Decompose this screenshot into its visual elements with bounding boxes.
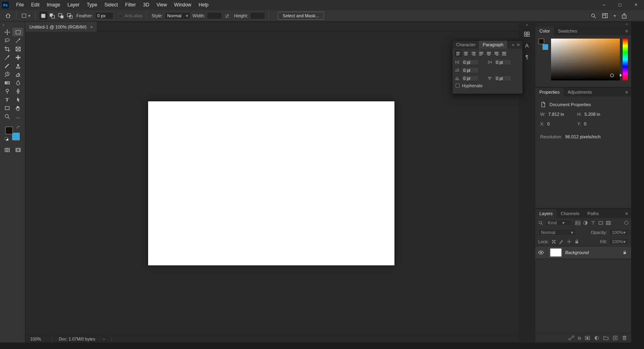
fill-select[interactable]: 100% ▾ xyxy=(609,238,628,245)
indent-right-input[interactable]: 0 pt xyxy=(494,59,512,65)
lock-all-icon[interactable] xyxy=(574,239,580,244)
tab-swatches[interactable]: Swatches xyxy=(554,27,581,35)
tool-healing-brush[interactable] xyxy=(12,53,23,62)
tab-properties[interactable]: Properties xyxy=(535,88,564,96)
align-left-button[interactable] xyxy=(455,50,462,57)
pixel-layer-filter-icon[interactable] xyxy=(575,220,581,226)
collapse-panels-button[interactable]: « xyxy=(626,22,628,26)
tool-dodge[interactable] xyxy=(2,87,12,95)
menu-window[interactable]: Window xyxy=(171,0,195,10)
tool-frame[interactable] xyxy=(12,45,23,53)
type-layer-filter-icon[interactable] xyxy=(590,220,596,226)
document-tab[interactable]: Untitled-1 @ 100% (RGB/8#) × xyxy=(25,22,97,32)
layer-visibility-toggle[interactable] xyxy=(535,247,547,258)
status-chevron-icon[interactable]: › xyxy=(103,337,105,341)
screen-mode-button[interactable] xyxy=(12,146,23,154)
tool-rectangle[interactable] xyxy=(2,104,12,112)
hyphenate-checkbox[interactable] xyxy=(456,84,460,88)
tab-paragraph[interactable]: Paragraph xyxy=(479,41,507,49)
tool-quick-selection[interactable] xyxy=(12,36,23,45)
justify-all-button[interactable] xyxy=(501,50,508,57)
tab-paths[interactable]: Paths xyxy=(584,209,603,218)
search-icon[interactable] xyxy=(590,13,597,19)
document-canvas[interactable] xyxy=(148,101,394,265)
adjustment-layer-filter-icon[interactable] xyxy=(582,220,588,226)
menu-3d[interactable]: 3D xyxy=(139,0,153,10)
minimize-button[interactable]: – xyxy=(596,0,612,10)
tool-pen[interactable] xyxy=(12,87,23,95)
document-info-field[interactable]: Doc: 1.07M/0 bytes › xyxy=(52,335,111,343)
maximize-button[interactable]: □ xyxy=(612,0,628,10)
space-before-input[interactable]: 0 pt xyxy=(461,75,479,81)
shape-layer-filter-icon[interactable] xyxy=(598,220,604,226)
tab-layers[interactable]: Layers xyxy=(535,209,557,218)
properties-panel-menu-icon[interactable]: ≡ xyxy=(625,90,628,94)
menu-layer[interactable]: Layer xyxy=(64,0,83,10)
align-center-button[interactable] xyxy=(462,50,469,57)
space-after-input[interactable]: 0 pt xyxy=(494,75,512,81)
width-input[interactable] xyxy=(207,12,222,19)
anti-alias-checkbox[interactable] xyxy=(118,14,123,18)
style-select[interactable]: Normal ▾ xyxy=(165,12,190,19)
tool-move[interactable] xyxy=(2,28,12,36)
menu-help[interactable]: Help xyxy=(195,0,212,10)
tool-brush[interactable] xyxy=(2,62,12,70)
tool-zoom[interactable] xyxy=(2,112,12,121)
tool-edit-toolbar[interactable]: … xyxy=(12,112,23,121)
lock-position-icon[interactable] xyxy=(566,239,572,244)
intersect-selection-button[interactable] xyxy=(66,12,74,20)
layer-filter-toggle[interactable] xyxy=(624,221,628,225)
justify-last-center-button[interactable] xyxy=(485,50,492,57)
layer-style-icon[interactable]: fx xyxy=(578,336,581,341)
tool-clone-stamp[interactable] xyxy=(12,62,23,70)
workspace-switcher-icon[interactable] xyxy=(602,12,608,19)
layer-row-background[interactable]: Background xyxy=(535,247,631,258)
hue-slider-pointer[interactable] xyxy=(620,74,622,77)
zoom-level-field[interactable]: 100% xyxy=(25,335,52,343)
first-line-indent-input[interactable]: 0 pt xyxy=(461,67,479,73)
canvas-area[interactable] xyxy=(25,32,518,335)
feather-input[interactable]: 0 px xyxy=(95,12,114,19)
color-picker-cursor[interactable] xyxy=(610,74,614,77)
opacity-select[interactable]: 100% ▾ xyxy=(609,229,628,236)
kind-filter-select[interactable]: Kind ▾ xyxy=(545,219,572,226)
layer-thumbnail[interactable] xyxy=(550,248,562,257)
new-adjustment-layer-icon[interactable] xyxy=(594,335,600,341)
tool-path-selection[interactable] xyxy=(12,95,23,104)
new-group-icon[interactable] xyxy=(603,335,609,341)
close-button[interactable]: × xyxy=(628,0,644,10)
tab-character[interactable]: Character xyxy=(452,41,479,49)
menu-edit[interactable]: Edit xyxy=(27,0,43,10)
tool-lasso[interactable] xyxy=(2,36,12,45)
tool-eraser[interactable] xyxy=(12,70,23,78)
delete-layer-icon[interactable] xyxy=(621,335,627,341)
tool-eyedropper[interactable] xyxy=(2,53,12,62)
swap-dimensions-button[interactable] xyxy=(222,11,232,20)
subtract-from-selection-button[interactable] xyxy=(57,12,65,20)
tool-gradient[interactable] xyxy=(2,78,12,87)
new-layer-icon[interactable] xyxy=(612,335,618,341)
default-colors-button[interactable] xyxy=(5,137,8,141)
menu-filter[interactable]: Filter xyxy=(122,0,140,10)
new-selection-button[interactable] xyxy=(39,12,47,20)
close-tab-icon[interactable]: × xyxy=(90,25,93,29)
chevron-down-icon[interactable]: ▾ xyxy=(613,13,616,18)
swap-colors-button[interactable] xyxy=(16,125,20,129)
background-color-swatch[interactable] xyxy=(12,133,20,140)
height-input[interactable] xyxy=(250,12,265,19)
tool-preset-picker[interactable]: ▾ xyxy=(20,11,32,20)
tool-blur[interactable] xyxy=(12,78,23,87)
menu-file[interactable]: File xyxy=(12,0,27,10)
panel-foreground-swatch[interactable] xyxy=(539,39,544,44)
smart-object-filter-icon[interactable] xyxy=(605,220,611,226)
tool-history-brush[interactable] xyxy=(2,70,12,78)
add-layer-mask-icon[interactable] xyxy=(584,335,590,341)
menu-image[interactable]: Image xyxy=(43,0,64,10)
link-layers-icon[interactable] xyxy=(568,335,574,341)
menu-view[interactable]: View xyxy=(153,0,171,10)
align-right-button[interactable] xyxy=(470,50,477,57)
select-and-mask-button[interactable]: Select and Mask... xyxy=(278,12,324,20)
paragraph-panel-menu-icon[interactable]: ≡ xyxy=(517,42,520,47)
foreground-color-swatch[interactable] xyxy=(5,127,13,134)
toolbar-collapse-button[interactable]: « xyxy=(0,22,25,28)
